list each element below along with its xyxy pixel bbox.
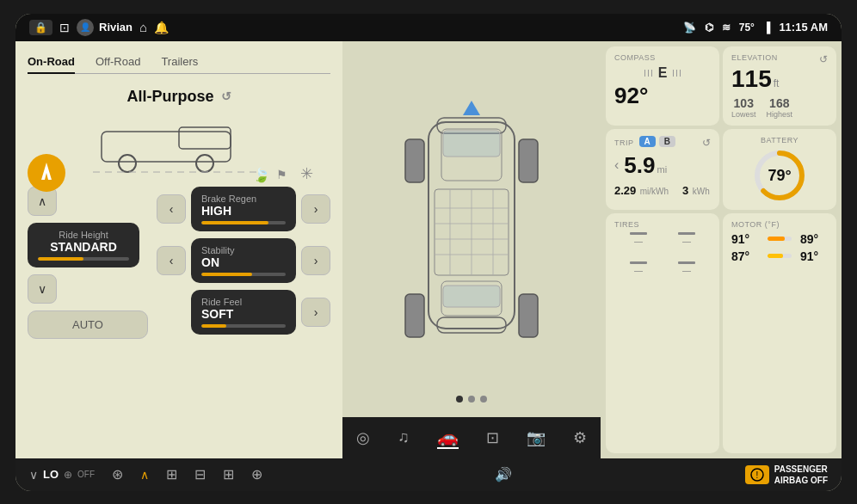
motor-row-2: 87° 91°: [731, 249, 828, 263]
home-icon[interactable]: ⌂: [139, 20, 147, 34]
fan-speed-icon[interactable]: ⊛: [112, 466, 123, 482]
nav-music-icon[interactable]: ♫: [398, 428, 410, 446]
battery-widget: BATTERY 79°: [723, 129, 836, 210]
trip-tab-a[interactable]: A: [639, 136, 656, 147]
elevation-value: 115: [731, 65, 772, 93]
seat-heat-icon[interactable]: ⊞: [166, 466, 177, 482]
stability-right-button[interactable]: ›: [301, 246, 330, 275]
trip-prev-icon[interactable]: ‹: [614, 157, 619, 173]
trip-title: TRIP: [614, 138, 634, 147]
wifi-icon: ≋: [722, 22, 731, 34]
svg-rect-24: [443, 286, 500, 307]
svg-rect-20: [519, 139, 538, 182]
ride-feel-right-button[interactable]: ›: [301, 298, 330, 327]
window-icon[interactable]: ⊡: [59, 21, 70, 34]
svg-rect-21: [405, 294, 424, 337]
svg-rect-23: [443, 131, 500, 157]
compass-ticks: E: [614, 65, 711, 81]
brake-regen-left-button[interactable]: ‹: [157, 194, 186, 224]
defrost-icon[interactable]: ⊞: [223, 466, 234, 482]
tire-fr: —: [678, 232, 695, 246]
nav-home-icon[interactable]: ⊡: [486, 428, 499, 447]
mode-title: All-Purpose ↺: [28, 88, 330, 106]
tire-rr-indicator: [678, 261, 695, 264]
snowflake-icon: ✳: [300, 164, 313, 183]
brake-regen-right-button[interactable]: ›: [301, 194, 330, 224]
lock-icon[interactable]: 🔒: [29, 20, 52, 35]
motor-title: MOTOR (°F): [731, 220, 828, 229]
nav-navigation-icon[interactable]: ◎: [356, 428, 370, 447]
bottom-info-bar: ∨ LO ⊕ OFF ⊛ ∧ ⊞ ⊟ ⊞ ⊕ 🔊 ! PASSENGERAIRB…: [15, 458, 842, 491]
airbag-icon: !: [745, 465, 769, 484]
temperature-display: 75°: [739, 22, 755, 34]
vehicle-top-down-diagram: [381, 96, 562, 389]
trip-tabs: A B: [639, 136, 675, 147]
tab-off-road[interactable]: Off-Road: [96, 50, 141, 73]
motor-fl-temp: 91°: [731, 232, 759, 246]
right-controls: ‹ Brake Regen HIGH › ‹: [157, 187, 330, 450]
trip-widget: TRIP A B ↺ ‹ 5.9 mi: [606, 129, 719, 210]
trip-energy-value: 3: [682, 184, 688, 197]
nav-camera-icon[interactable]: 📷: [527, 428, 546, 447]
profile-icon: 👤: [77, 19, 94, 36]
volume-icon[interactable]: 🔊: [495, 466, 512, 482]
trip-energy: 3 kWh: [682, 182, 710, 198]
motor-widget: MOTOR (°F) 91° 89°: [723, 213, 836, 453]
temp-value: LO: [43, 468, 59, 481]
trip-refresh-icon[interactable]: ↺: [702, 137, 711, 149]
main-content: On-Road Off-Road Trailers All-Purpose ↺: [15, 41, 842, 458]
ride-height-down-button[interactable]: ∨: [28, 274, 57, 304]
truck-diagram: [93, 119, 265, 179]
stability-left-button[interactable]: ‹: [157, 246, 186, 275]
brake-regen-row: ‹ Brake Regen HIGH ›: [157, 187, 330, 231]
temp-off-label: OFF: [77, 470, 95, 479]
controls-section: ∧ Ride Height STANDARD ∨ AUTO ‹: [28, 187, 330, 450]
svg-marker-5: [463, 101, 480, 115]
stability-row: ‹ Stability ON ›: [157, 238, 330, 283]
ride-height-value: STANDARD: [38, 240, 129, 254]
compass-degrees: 92°: [614, 83, 711, 109]
chevron-down-icon[interactable]: ∨: [29, 468, 38, 482]
widget-row-2: TRIP A B ↺ ‹ 5.9 mi: [606, 129, 836, 210]
left-panel: On-Road Off-Road Trailers All-Purpose ↺: [15, 41, 342, 458]
chevron-up-icon[interactable]: ∧: [140, 468, 149, 482]
tire-fl: —: [630, 232, 647, 246]
refresh-icon[interactable]: ↺: [221, 89, 231, 103]
ac-icon[interactable]: ⊕: [251, 466, 262, 482]
ride-feel-bar-fill: [201, 324, 226, 328]
left-controls: ∧ Ride Height STANDARD ∨ AUTO: [28, 187, 148, 450]
elevation-lowest: 103 Lowest: [731, 96, 756, 119]
elevation-refresh-icon[interactable]: ↺: [819, 53, 828, 65]
center-panel: ◎ ♫ 🚗 ⊡ 📷 ⚙: [342, 41, 601, 458]
battery-ring: 79°: [752, 148, 807, 203]
compass-direction: E: [655, 65, 671, 81]
elevation-widget: ELEVATION ↺ 115 ft 103 Lowest: [723, 46, 836, 126]
tab-on-road[interactable]: On-Road: [28, 50, 75, 73]
nav-dot-1[interactable]: [456, 396, 463, 403]
trip-energy-unit: kWh: [693, 187, 710, 196]
bell-icon[interactable]: 🔔: [154, 21, 169, 34]
motor-rl-fill: [768, 254, 783, 258]
auto-button[interactable]: AUTO: [28, 310, 148, 339]
nav-dot-3[interactable]: [480, 396, 487, 403]
trip-tab-b[interactable]: B: [659, 136, 675, 147]
nav-settings-icon[interactable]: ⚙: [573, 428, 587, 447]
brake-regen-card: Brake Regen HIGH: [191, 187, 296, 231]
trip-sub: 2.29 mi/kWh 3 kWh: [614, 182, 711, 198]
rear-heat-icon[interactable]: ⊟: [194, 466, 206, 482]
svg-rect-1: [179, 127, 231, 149]
svg-rect-22: [519, 294, 538, 337]
nav-dot-2[interactable]: [468, 396, 475, 403]
tires-title: TIRES: [614, 220, 711, 229]
status-bar-left: 🔒 ⊡ 👤 Rivian ⌂ 🔔: [29, 19, 169, 36]
battery-title: BATTERY: [761, 136, 798, 144]
airbag-text: PASSENGERAIRBAG OFF: [774, 464, 828, 486]
widget-row-3: TIRES — —: [606, 213, 836, 453]
tab-trailers[interactable]: Trailers: [161, 50, 198, 73]
stability-card: Stability ON: [191, 238, 296, 283]
svg-rect-19: [405, 139, 424, 182]
airbag-warning: ! PASSENGERAIRBAG OFF: [745, 464, 828, 486]
temp-control: ∨ LO ⊕ OFF: [29, 468, 95, 482]
nav-dots: [456, 396, 487, 403]
nav-vehicle-icon[interactable]: 🚗: [437, 427, 459, 449]
